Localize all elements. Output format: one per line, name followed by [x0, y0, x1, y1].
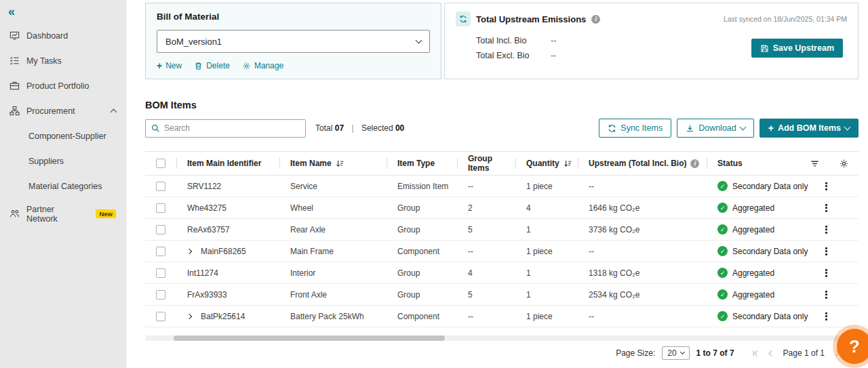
status-text: Aggregated [732, 268, 774, 278]
add-bom-items-button[interactable]: + Add BOM Items [760, 119, 859, 138]
search-input[interactable] [164, 123, 300, 133]
status-text: Secondary Data only [732, 247, 808, 256]
sync-items-button[interactable]: Sync Items [599, 119, 671, 138]
cell-item-name: Rear Axle [290, 225, 326, 234]
cell-upstream: 1318 kg CO₂e [589, 268, 639, 278]
sort-icon[interactable] [336, 159, 344, 168]
table-row[interactable]: BatPk25614 Battery Pack 25kWh Component … [145, 306, 859, 327]
table-row[interactable]: SRV1122 Service Emission Item -- 1 piece… [145, 176, 859, 197]
sidebar-item-my-tasks[interactable]: My Tasks [0, 48, 125, 73]
table-row[interactable]: MainF68265 Main Frame Component -- 1 pie… [145, 241, 859, 262]
previous-page-icon[interactable] [766, 349, 775, 358]
sidebar-item-dashboard[interactable]: Dashboard [0, 23, 125, 48]
info-icon[interactable]: i [690, 159, 699, 168]
sidebar-item-partner-network[interactable]: Partner Network New [0, 201, 125, 226]
table-header-row: Item Main Identifier Item Name Item Type… [145, 151, 859, 176]
table-row[interactable]: ReAx63757 Rear Axle Group 5 1 3736 kg CO… [145, 219, 859, 241]
row-checkbox[interactable] [156, 290, 165, 300]
bom-version-selected-value: BoM_version1 [165, 37, 222, 47]
search-box[interactable] [145, 119, 306, 138]
procurement-icon [9, 106, 20, 116]
sidebar-item-suppliers[interactable]: Suppliers [0, 148, 125, 173]
cell-group-items: 5 [468, 290, 473, 300]
new-badge: New [96, 209, 116, 218]
sidebar-collapse[interactable]: « [0, 0, 125, 23]
summary-divider: | [351, 123, 353, 133]
cell-quantity: 1 piece [526, 312, 553, 321]
cell-item-id: BatPk25614 [201, 312, 245, 321]
table-row[interactable]: Int11274 Interior Group 4 1 1318 kg CO₂e… [145, 262, 859, 284]
table-body: SRV1122 Service Emission Item -- 1 piece… [145, 176, 859, 327]
cell-item-name: Interior [290, 268, 315, 278]
row-checkbox[interactable] [156, 247, 165, 256]
cell-item-id: FrAx93933 [187, 290, 227, 300]
cell-group-items: 2 [468, 203, 473, 213]
row-checkbox[interactable] [156, 225, 165, 234]
row-checkbox[interactable] [156, 268, 165, 278]
sidebar-item-procurement[interactable]: Procurement [0, 98, 125, 123]
bom-card-title: Bill of Material [157, 12, 430, 22]
filter-icon[interactable] [810, 159, 820, 169]
collapse-sidebar-icon[interactable]: « [8, 5, 15, 18]
status-badge: ✓ Secondary Data only [717, 311, 808, 321]
info-icon[interactable]: i [591, 15, 600, 24]
download-button[interactable]: Download [677, 119, 754, 138]
status-text: Aggregated [732, 203, 774, 213]
check-circle-icon: ✓ [717, 203, 728, 213]
manage-bom-button[interactable]: Manage [242, 61, 283, 70]
sidebar-item-label: Material Categories [28, 182, 102, 191]
bill-of-material-card: Bill of Material BoM_version1 + New Dele… [145, 3, 441, 79]
cell-upstream: -- [589, 182, 594, 191]
sort-icon[interactable] [564, 159, 572, 168]
horizontal-scrollbar[interactable] [145, 335, 859, 341]
cell-group-items: -- [468, 247, 473, 256]
expand-row-icon[interactable] [187, 314, 197, 319]
row-actions-menu-icon[interactable]: ⋮ [821, 224, 849, 234]
cell-item-name: Wheel [290, 203, 313, 213]
manage-bom-label: Manage [254, 61, 283, 70]
row-actions-menu-icon[interactable]: ⋮ [821, 203, 849, 213]
add-bom-items-label: Add BOM Items [778, 123, 841, 133]
sidebar-item-material-categories[interactable]: Material Categories [0, 173, 125, 199]
table-row[interactable]: FrAx93933 Front Axle Group 5 1 2534 kg C… [145, 284, 859, 306]
delete-bom-button[interactable]: Delete [194, 61, 230, 70]
cell-item-type: Component [397, 312, 439, 321]
chevron-down-icon [680, 350, 685, 354]
pagination-bar: Page Size: 20 1 to 7 of 7 Page 1 of 1 [145, 346, 859, 360]
row-actions-menu-icon[interactable]: ⋮ [821, 289, 849, 300]
first-page-icon[interactable] [751, 349, 760, 358]
cell-upstream: 2534 kg CO₂e [589, 290, 639, 300]
row-actions-menu-icon[interactable]: ⋮ [821, 311, 849, 321]
table-settings-gear-icon[interactable] [839, 159, 849, 169]
sidebar-item-label: My Tasks [26, 56, 62, 66]
page-size-select[interactable]: 20 [662, 346, 689, 360]
row-actions-menu-icon[interactable]: ⋮ [821, 268, 849, 278]
cell-item-name: Battery Pack 25kWh [290, 312, 364, 321]
row-actions-menu-icon[interactable]: ⋮ [821, 181, 849, 191]
save-upstream-button[interactable]: Save Upstream [751, 39, 843, 58]
save-upstream-label: Save Upstream [773, 43, 834, 53]
select-all-checkbox[interactable] [156, 159, 165, 168]
row-checkbox[interactable] [156, 312, 165, 321]
status-badge: ✓ Secondary Data only [717, 181, 808, 191]
plus-icon: + [768, 123, 774, 133]
page-indicator: Page 1 of 1 [783, 348, 825, 358]
table-row[interactable]: Whe43275 Wheel Group 2 4 1646 kg CO₂e ✓ … [145, 197, 859, 219]
chevron-up-icon [111, 108, 117, 115]
sidebar-item-component-supplier[interactable]: Component-Supplier [0, 123, 125, 148]
help-button[interactable]: ? [837, 329, 868, 364]
sidebar-item-product-portfolio[interactable]: Product Portfolio [0, 73, 125, 98]
cell-upstream: -- [589, 312, 594, 321]
scrollbar-thumb[interactable] [174, 335, 445, 341]
row-checkbox[interactable] [156, 203, 165, 213]
status-text: Secondary Data only [732, 182, 808, 191]
bom-version-select[interactable]: BoM_version1 [157, 30, 430, 53]
cell-item-id: Int11274 [187, 268, 218, 278]
new-bom-button[interactable]: + New [157, 61, 182, 70]
row-actions-menu-icon[interactable]: ⋮ [821, 246, 849, 256]
emissions-title: Total Upstream Emissions [476, 14, 586, 24]
expand-row-icon[interactable] [187, 249, 197, 253]
row-checkbox[interactable] [156, 182, 165, 191]
sidebar-item-label: Suppliers [28, 157, 64, 166]
cell-item-name: Main Frame [290, 247, 334, 256]
